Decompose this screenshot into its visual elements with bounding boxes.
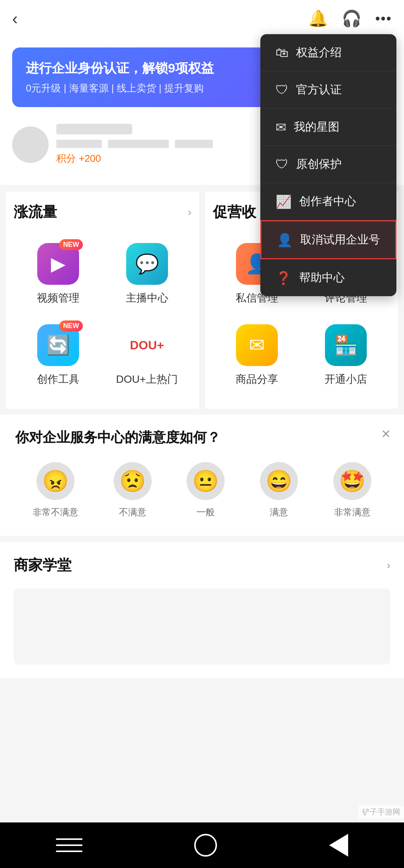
tool-label: 创作工具: [37, 372, 79, 387]
back-button-bottom[interactable]: [329, 834, 348, 857]
emoji-bad[interactable]: 😟 不满意: [114, 462, 152, 518]
bottom-bar: [0, 822, 404, 868]
tool-icon: 🔄: [46, 334, 70, 356]
menu-line-1: [56, 838, 82, 840]
menu-item-help[interactable]: ❓ 帮助中心: [260, 259, 396, 296]
emoji-neutral[interactable]: 😐 一般: [187, 462, 225, 518]
traffic-grid: NEW ▶ 视频管理 💬 主播中心 NEW 🔄 创作工具: [14, 235, 192, 398]
dou-icon: DOU+: [130, 338, 164, 352]
tool-new-badge: NEW: [59, 320, 83, 331]
bad-label: 不满意: [119, 506, 146, 518]
grid-item-video[interactable]: NEW ▶ 视频管理: [14, 235, 103, 317]
traffic-section: 涨流量 › NEW ▶ 视频管理 💬 主播中心 NEW: [6, 192, 199, 409]
watermark: 铲子手游网: [358, 805, 404, 819]
menu-line-3: [56, 851, 82, 852]
back-button[interactable]: ‹: [12, 10, 18, 27]
home-button[interactable]: [194, 834, 217, 857]
emoji-very-good[interactable]: 🤩 非常满意: [333, 462, 371, 518]
video-new-badge: NEW: [59, 239, 83, 250]
cancel-label: 取消试用企业号: [300, 232, 380, 248]
dou-label: DOU+上热门: [116, 372, 178, 387]
tool-icon-wrap: NEW 🔄: [37, 324, 79, 366]
neutral-face: 😐: [187, 462, 225, 500]
host-label: 主播中心: [126, 291, 168, 305]
host-icon: 💬: [135, 253, 159, 275]
academy-more[interactable]: ›: [387, 559, 390, 571]
original-icon: 🛡: [276, 157, 288, 172]
grid-item-host[interactable]: 💬 主播中心: [103, 235, 192, 317]
academy-title: 商家学堂: [14, 556, 71, 575]
more-icon[interactable]: •••: [375, 11, 392, 27]
very-bad-face: 😠: [36, 462, 74, 500]
traffic-more-arrow: ›: [188, 206, 191, 218]
very-good-face: 🤩: [333, 462, 371, 500]
original-label: 原创保护: [296, 156, 342, 172]
grid-item-store[interactable]: 🏪 开通小店: [301, 317, 390, 398]
video-icon-wrap: NEW ▶: [37, 243, 79, 285]
store-label: 开通小店: [325, 372, 367, 387]
academy-more-arrow: ›: [387, 559, 390, 571]
dropdown-menu: 🛍 权益介绍 🛡 官方认证 ✉ 我的星图 🛡 原创保护 📈 创作者中心 👤 取消…: [260, 34, 396, 296]
traffic-header: 涨流量 ›: [14, 202, 192, 222]
benefits-icon: 🛍: [276, 45, 288, 60]
grid-item-tool[interactable]: NEW 🔄 创作工具: [14, 317, 103, 398]
menu-item-original[interactable]: 🛡 原创保护: [260, 146, 396, 183]
certification-icon: 🛡: [276, 82, 288, 97]
emoji-row: 😠 非常不满意 😟 不满意 😐 一般 😄 满意 🤩 非常满意: [15, 462, 389, 518]
emoji-very-bad[interactable]: 😠 非常不满意: [33, 462, 78, 518]
star-label: 我的星图: [294, 119, 339, 135]
bad-face: 😟: [114, 462, 152, 500]
menu-item-creator[interactable]: 📈 创作者中心: [260, 183, 396, 220]
top-nav: ‹ 🔔 🎧 •••: [0, 0, 404, 35]
creator-icon: 📈: [276, 194, 292, 209]
academy-header: 商家学堂 ›: [14, 556, 390, 575]
shop-icon: ✉: [249, 334, 265, 356]
video-label: 视频管理: [37, 291, 79, 305]
marketing-title: 促营收: [213, 202, 256, 222]
cancel-icon: 👤: [277, 232, 293, 248]
menu-item-star[interactable]: ✉ 我的星图: [260, 109, 396, 146]
avatar: [12, 126, 49, 163]
menu-item-certification[interactable]: 🛡 官方认证: [260, 71, 396, 109]
dou-icon-wrap: DOU+: [126, 324, 168, 366]
academy-section: 商家学堂 ›: [0, 542, 404, 678]
benefits-label: 权益介绍: [296, 45, 342, 60]
info-bar-2: [108, 140, 169, 148]
emoji-good[interactable]: 😄 满意: [260, 462, 298, 518]
video-icon: ▶: [51, 253, 65, 275]
certification-label: 官方认证: [296, 82, 342, 98]
traffic-more[interactable]: ›: [188, 206, 191, 218]
survey-close-button[interactable]: ×: [382, 425, 390, 442]
shop-icon-wrap: ✉: [236, 324, 278, 366]
grid-item-shop[interactable]: ✉ 商品分享: [213, 317, 302, 398]
bottom-menu-button[interactable]: [56, 838, 82, 852]
store-icon: 🏪: [334, 334, 358, 356]
info-bar-1: [56, 140, 102, 148]
good-face: 😄: [260, 462, 298, 500]
help-label: 帮助中心: [299, 270, 345, 286]
star-icon: ✉: [276, 120, 286, 135]
academy-content-placeholder: [14, 589, 390, 664]
very-bad-label: 非常不满意: [33, 506, 78, 518]
score-value: 积分 +200: [56, 153, 101, 164]
store-icon-wrap: 🏪: [325, 324, 367, 366]
bottom-spacer: [0, 684, 404, 737]
good-label: 满意: [270, 506, 288, 518]
menu-item-benefits[interactable]: 🛍 权益介绍: [260, 34, 396, 71]
survey-title: 你对企业服务中心的满意度如何？: [15, 428, 389, 447]
nav-icons: 🔔 🎧 •••: [308, 9, 392, 28]
headset-icon[interactable]: 🎧: [342, 9, 361, 28]
creator-label: 创作者中心: [299, 194, 356, 209]
host-icon-wrap: 💬: [126, 243, 168, 285]
menu-line-2: [56, 844, 82, 846]
help-icon: ❓: [276, 270, 292, 286]
name-bar: [56, 124, 132, 134]
info-bar-3: [175, 140, 213, 148]
very-good-label: 非常满意: [334, 506, 371, 518]
neutral-label: 一般: [196, 506, 215, 518]
notification-icon[interactable]: 🔔: [308, 9, 328, 28]
grid-item-dou[interactable]: DOU+ DOU+上热门: [103, 317, 192, 398]
shop-label: 商品分享: [236, 372, 278, 387]
survey-section: × 你对企业服务中心的满意度如何？ 😠 非常不满意 😟 不满意 😐 一般 😄 满…: [0, 415, 404, 536]
menu-item-cancel[interactable]: 👤 取消试用企业号: [260, 220, 396, 259]
